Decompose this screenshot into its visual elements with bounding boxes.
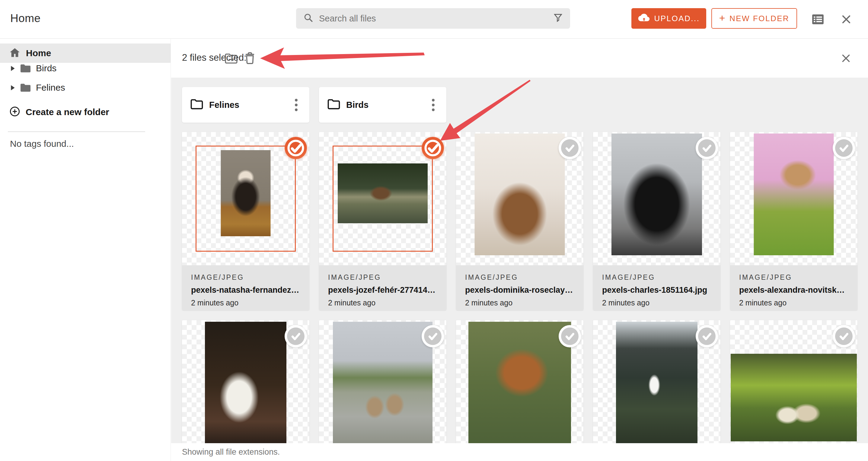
file-name: pexels-charles-1851164.jpg: [602, 286, 711, 295]
file-meta: IMAGE/JPEG pexels-dominika-roseclay-8952…: [456, 265, 583, 310]
filter-icon[interactable]: [553, 13, 563, 24]
file-type: IMAGE/JPEG: [465, 273, 574, 282]
photo-seagulls-on-railing: [205, 322, 286, 443]
file-card[interactable]: IMAGE/JPEG pexels-jozef-fehér-2774140.jp…: [319, 132, 446, 310]
chevron-right-icon[interactable]: [11, 66, 16, 71]
file-time: 2 minutes ago: [328, 298, 437, 307]
search-icon: [303, 13, 314, 24]
file-card[interactable]: [593, 320, 720, 461]
home-icon: [9, 48, 20, 59]
photo-dachshund-portrait: [475, 134, 565, 255]
sidebar-divider: [8, 132, 145, 132]
photo-geese-walking-on-road: [333, 322, 433, 443]
unselected-check-badge[interactable]: [696, 325, 718, 347]
file-thumbnail-area: [319, 320, 446, 454]
file-card[interactable]: IMAGE/JPEG pexels-natasha-fernandez-733.…: [182, 132, 309, 310]
create-new-folder-button[interactable]: Create a new folder: [0, 104, 171, 120]
plus-icon: +: [719, 12, 726, 24]
file-time: 2 minutes ago: [602, 298, 711, 307]
search-input[interactable]: Search all files: [296, 8, 570, 29]
plus-circle-icon: [9, 106, 21, 118]
folder-outline-icon: [190, 99, 203, 111]
unselected-check-badge[interactable]: [696, 137, 718, 159]
file-name: pexels-alexandra-novitskaya-2...: [739, 286, 848, 295]
unselected-check-badge[interactable]: [559, 137, 581, 159]
sidebar-folder-birds[interactable]: Birds: [0, 61, 171, 76]
file-meta: IMAGE/JPEG pexels-natasha-fernandez-733.…: [182, 265, 309, 310]
photo-dog-in-green-fur: [754, 134, 834, 255]
file-time: 2 minutes ago: [191, 298, 300, 307]
upload-button[interactable]: UPLOAD...: [631, 8, 706, 29]
sidebar-folder-label: Birds: [36, 63, 56, 74]
file-thumbnail-area: [456, 132, 583, 265]
file-card[interactable]: IMAGE/JPEG pexels-alexandra-novitskaya-2…: [730, 132, 858, 310]
file-thumbnail-area: [182, 132, 309, 265]
move-to-folder-icon[interactable]: [224, 51, 239, 65]
unselected-check-badge[interactable]: [833, 325, 855, 347]
file-card[interactable]: [319, 320, 446, 461]
folder-menu-kebab-icon[interactable]: [427, 96, 439, 113]
unselected-check-badge[interactable]: [285, 325, 307, 347]
file-thumbnail-area: [730, 132, 858, 265]
file-type: IMAGE/JPEG: [739, 273, 848, 282]
delete-selected-icon[interactable]: [243, 51, 257, 65]
file-meta: IMAGE/JPEG pexels-alexandra-novitskaya-2…: [730, 265, 858, 310]
status-bar: Showing all file extensions.: [171, 443, 868, 461]
file-card[interactable]: [456, 320, 583, 461]
upload-cloud-icon: [638, 13, 650, 25]
unselected-check-badge[interactable]: [559, 325, 581, 347]
search-placeholder: Search all files: [319, 13, 553, 24]
file-time: 2 minutes ago: [739, 298, 848, 307]
clear-selection-close-icon[interactable]: [839, 52, 852, 65]
selected-check-badge[interactable]: [285, 137, 307, 159]
file-thumbnail-area: [730, 320, 858, 454]
close-icon[interactable]: [839, 13, 854, 26]
main-content: 2 files selected: Felines Birds: [171, 39, 868, 461]
create-new-folder-label: Create a new folder: [26, 107, 109, 117]
file-thumbnail-area: [593, 320, 720, 454]
selected-check-badge[interactable]: [422, 137, 444, 159]
folder-card-label: Felines: [209, 100, 290, 110]
selection-toolbar: 2 files selected:: [171, 39, 868, 78]
chevron-right-icon[interactable]: [11, 85, 16, 90]
new-folder-button[interactable]: + NEW FOLDER: [711, 8, 797, 29]
sidebar: Home Birds Felines Create a new fo: [0, 39, 171, 461]
file-name: pexels-jozef-fehér-2774140.jpg: [328, 286, 437, 295]
file-thumbnail-area: [182, 320, 309, 454]
media-library-window: Home Search all files UPLOAD... + NEW FO…: [0, 0, 868, 461]
file-card[interactable]: IMAGE/JPEG pexels-dominika-roseclay-8952…: [456, 132, 583, 310]
photo-dog-with-party-hat: [221, 150, 271, 236]
new-folder-button-label: NEW FOLDER: [730, 14, 789, 23]
file-meta: IMAGE/JPEG pexels-jozef-fehér-2774140.jp…: [319, 265, 446, 310]
file-type: IMAGE/JPEG: [328, 273, 437, 282]
file-thumbnail-area: [319, 132, 446, 265]
folder-card-label: Birds: [346, 100, 427, 110]
unselected-check-badge[interactable]: [833, 137, 855, 159]
photo-kangaroo-lying-on-grass: [468, 322, 571, 443]
folder-card-birds[interactable]: Birds: [319, 87, 446, 123]
file-meta: IMAGE/JPEG pexels-charles-1851164.jpg 2 …: [593, 265, 720, 310]
unselected-check-badge[interactable]: [422, 325, 444, 347]
file-card[interactable]: [182, 320, 309, 461]
file-thumbnail-area: [593, 132, 720, 265]
file-thumbnail-area: [456, 320, 583, 454]
page-title: Home: [10, 12, 41, 25]
sidebar-home-label: Home: [26, 48, 51, 58]
photo-white-reindeer-on-hillside: [616, 322, 698, 443]
folder-outline-icon: [328, 99, 340, 111]
folder-icon: [20, 83, 31, 92]
photo-lambs-in-grass: [731, 354, 857, 441]
file-time: 2 minutes ago: [465, 298, 574, 307]
file-card[interactable]: [730, 320, 858, 461]
folder-icon: [20, 64, 31, 73]
no-tags-text: No tags found...: [10, 139, 74, 149]
folder-card-felines[interactable]: Felines: [182, 87, 309, 123]
file-card[interactable]: IMAGE/JPEG pexels-charles-1851164.jpg 2 …: [593, 132, 720, 310]
upload-button-label: UPLOAD...: [654, 14, 700, 23]
file-type: IMAGE/JPEG: [191, 273, 300, 282]
sidebar-folder-felines[interactable]: Felines: [0, 80, 171, 95]
photo-dog-swimming-with-stick: [338, 164, 428, 223]
list-view-toggle-button[interactable]: [811, 13, 825, 26]
folder-menu-kebab-icon[interactable]: [290, 96, 302, 113]
sidebar-item-home[interactable]: Home: [0, 44, 171, 63]
